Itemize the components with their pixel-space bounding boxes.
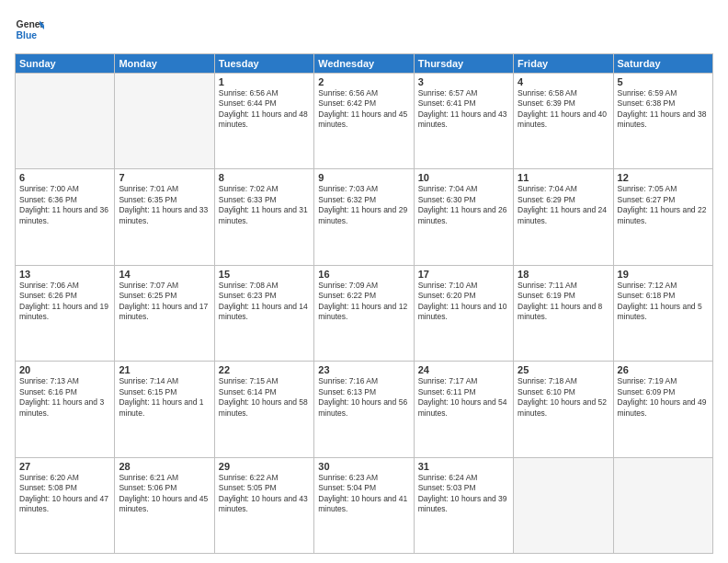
- day-info: Sunrise: 7:06 AMSunset: 6:26 PMDaylight:…: [19, 281, 110, 323]
- table-row: 7Sunrise: 7:01 AMSunset: 6:35 PMDaylight…: [115, 169, 214, 265]
- day-number: 12: [618, 172, 709, 183]
- day-number: 2: [318, 76, 409, 87]
- day-info: Sunrise: 7:05 AMSunset: 6:27 PMDaylight:…: [618, 184, 709, 226]
- day-number: 31: [418, 461, 509, 472]
- day-number: 3: [418, 76, 509, 87]
- table-row: 29Sunrise: 6:22 AMSunset: 5:05 PMDayligh…: [214, 457, 313, 553]
- day-number: 25: [518, 364, 609, 375]
- table-row: 30Sunrise: 6:23 AMSunset: 5:04 PMDayligh…: [314, 457, 414, 553]
- table-row: 16Sunrise: 7:09 AMSunset: 6:22 PMDayligh…: [314, 265, 414, 361]
- table-row: 5Sunrise: 6:59 AMSunset: 6:38 PMDaylight…: [613, 74, 712, 169]
- table-row: 24Sunrise: 7:17 AMSunset: 6:11 PMDayligh…: [414, 362, 513, 457]
- logo: General Blue: [15, 15, 44, 44]
- col-wednesday: Wednesday: [314, 54, 414, 74]
- day-number: 9: [318, 172, 409, 183]
- day-info: Sunrise: 7:15 AMSunset: 6:14 PMDaylight:…: [219, 376, 310, 419]
- table-row: 11Sunrise: 7:04 AMSunset: 6:29 PMDayligh…: [514, 169, 613, 265]
- day-number: 24: [418, 364, 509, 375]
- table-row: 8Sunrise: 7:02 AMSunset: 6:33 PMDaylight…: [214, 169, 313, 265]
- day-number: 14: [119, 269, 210, 280]
- calendar-week-row: 20Sunrise: 7:13 AMSunset: 6:16 PMDayligh…: [16, 362, 713, 457]
- table-row: 17Sunrise: 7:10 AMSunset: 6:20 PMDayligh…: [414, 265, 513, 361]
- day-info: Sunrise: 6:24 AMSunset: 5:03 PMDaylight:…: [418, 473, 509, 515]
- day-info: Sunrise: 7:02 AMSunset: 6:33 PMDaylight:…: [219, 184, 310, 226]
- calendar-week-row: 1Sunrise: 6:56 AMSunset: 6:44 PMDaylight…: [16, 74, 713, 169]
- table-row: 3Sunrise: 6:57 AMSunset: 6:41 PMDaylight…: [414, 74, 513, 169]
- page: General Blue Sunday Monday Tuesday Wedne…: [0, 0, 728, 563]
- day-number: 17: [418, 269, 509, 280]
- table-row: [16, 74, 115, 169]
- day-info: Sunrise: 7:19 AMSunset: 6:09 PMDaylight:…: [618, 376, 709, 419]
- table-row: 13Sunrise: 7:06 AMSunset: 6:26 PMDayligh…: [16, 265, 115, 361]
- day-number: 15: [219, 269, 310, 280]
- day-info: Sunrise: 7:17 AMSunset: 6:11 PMDaylight:…: [418, 376, 509, 419]
- day-info: Sunrise: 7:08 AMSunset: 6:23 PMDaylight:…: [219, 281, 310, 323]
- calendar-week-row: 13Sunrise: 7:06 AMSunset: 6:26 PMDayligh…: [16, 265, 713, 361]
- day-number: 26: [618, 364, 709, 375]
- day-number: 27: [19, 461, 110, 472]
- col-saturday: Saturday: [613, 54, 712, 74]
- day-number: 22: [219, 364, 310, 375]
- day-number: 18: [518, 269, 609, 280]
- day-info: Sunrise: 6:56 AMSunset: 6:44 PMDaylight:…: [219, 88, 310, 131]
- day-number: 6: [19, 172, 110, 183]
- table-row: 23Sunrise: 7:16 AMSunset: 6:13 PMDayligh…: [314, 362, 414, 457]
- table-row: [514, 457, 613, 553]
- table-row: 14Sunrise: 7:07 AMSunset: 6:25 PMDayligh…: [115, 265, 214, 361]
- day-number: 30: [318, 461, 409, 472]
- col-sunday: Sunday: [16, 54, 115, 74]
- table-row: 22Sunrise: 7:15 AMSunset: 6:14 PMDayligh…: [214, 362, 313, 457]
- table-row: 6Sunrise: 7:00 AMSunset: 6:36 PMDaylight…: [16, 169, 115, 265]
- day-number: 8: [219, 172, 310, 183]
- table-row: 18Sunrise: 7:11 AMSunset: 6:19 PMDayligh…: [514, 265, 613, 361]
- day-number: 13: [19, 269, 110, 280]
- table-row: 10Sunrise: 7:04 AMSunset: 6:30 PMDayligh…: [414, 169, 513, 265]
- day-info: Sunrise: 6:57 AMSunset: 6:41 PMDaylight:…: [418, 88, 509, 131]
- day-info: Sunrise: 6:58 AMSunset: 6:39 PMDaylight:…: [518, 88, 609, 131]
- table-row: 19Sunrise: 7:12 AMSunset: 6:18 PMDayligh…: [613, 265, 712, 361]
- table-row: 27Sunrise: 6:20 AMSunset: 5:08 PMDayligh…: [16, 457, 115, 553]
- day-info: Sunrise: 7:12 AMSunset: 6:18 PMDaylight:…: [618, 281, 709, 323]
- day-number: 29: [219, 461, 310, 472]
- day-info: Sunrise: 7:00 AMSunset: 6:36 PMDaylight:…: [19, 184, 110, 226]
- svg-text:Blue: Blue: [17, 30, 38, 40]
- day-number: 21: [119, 364, 210, 375]
- day-info: Sunrise: 7:03 AMSunset: 6:32 PMDaylight:…: [318, 184, 409, 226]
- table-row: 4Sunrise: 6:58 AMSunset: 6:39 PMDaylight…: [514, 74, 613, 169]
- col-thursday: Thursday: [414, 54, 513, 74]
- day-info: Sunrise: 7:11 AMSunset: 6:19 PMDaylight:…: [518, 281, 609, 323]
- table-row: 20Sunrise: 7:13 AMSunset: 6:16 PMDayligh…: [16, 362, 115, 457]
- col-monday: Monday: [115, 54, 214, 74]
- day-info: Sunrise: 6:23 AMSunset: 5:04 PMDaylight:…: [318, 473, 409, 515]
- day-info: Sunrise: 7:07 AMSunset: 6:25 PMDaylight:…: [119, 281, 210, 323]
- day-info: Sunrise: 6:21 AMSunset: 5:06 PMDaylight:…: [119, 473, 210, 515]
- day-number: 4: [518, 76, 609, 87]
- day-number: 16: [318, 269, 409, 280]
- day-info: Sunrise: 7:04 AMSunset: 6:30 PMDaylight:…: [418, 184, 509, 226]
- day-info: Sunrise: 7:14 AMSunset: 6:15 PMDaylight:…: [119, 376, 210, 419]
- day-info: Sunrise: 7:09 AMSunset: 6:22 PMDaylight:…: [318, 281, 409, 323]
- table-row: [613, 457, 712, 553]
- table-row: 12Sunrise: 7:05 AMSunset: 6:27 PMDayligh…: [613, 169, 712, 265]
- table-row: 25Sunrise: 7:18 AMSunset: 6:10 PMDayligh…: [514, 362, 613, 457]
- day-info: Sunrise: 7:13 AMSunset: 6:16 PMDaylight:…: [19, 376, 110, 419]
- table-row: 21Sunrise: 7:14 AMSunset: 6:15 PMDayligh…: [115, 362, 214, 457]
- calendar-table: Sunday Monday Tuesday Wednesday Thursday…: [15, 53, 713, 554]
- calendar-week-row: 27Sunrise: 6:20 AMSunset: 5:08 PMDayligh…: [16, 457, 713, 553]
- day-info: Sunrise: 7:04 AMSunset: 6:29 PMDaylight:…: [518, 184, 609, 226]
- day-info: Sunrise: 7:18 AMSunset: 6:10 PMDaylight:…: [518, 376, 609, 419]
- table-row: 28Sunrise: 6:21 AMSunset: 5:06 PMDayligh…: [115, 457, 214, 553]
- day-info: Sunrise: 6:59 AMSunset: 6:38 PMDaylight:…: [618, 88, 709, 131]
- day-info: Sunrise: 7:16 AMSunset: 6:13 PMDaylight:…: [318, 376, 409, 419]
- day-info: Sunrise: 6:56 AMSunset: 6:42 PMDaylight:…: [318, 88, 409, 131]
- day-number: 23: [318, 364, 409, 375]
- day-number: 19: [618, 269, 709, 280]
- col-friday: Friday: [514, 54, 613, 74]
- table-row: 1Sunrise: 6:56 AMSunset: 6:44 PMDaylight…: [214, 74, 313, 169]
- day-info: Sunrise: 7:01 AMSunset: 6:35 PMDaylight:…: [119, 184, 210, 226]
- table-row: 31Sunrise: 6:24 AMSunset: 5:03 PMDayligh…: [414, 457, 513, 553]
- header: General Blue: [15, 15, 713, 44]
- day-number: 1: [219, 76, 310, 87]
- day-number: 11: [518, 172, 609, 183]
- day-number: 7: [119, 172, 210, 183]
